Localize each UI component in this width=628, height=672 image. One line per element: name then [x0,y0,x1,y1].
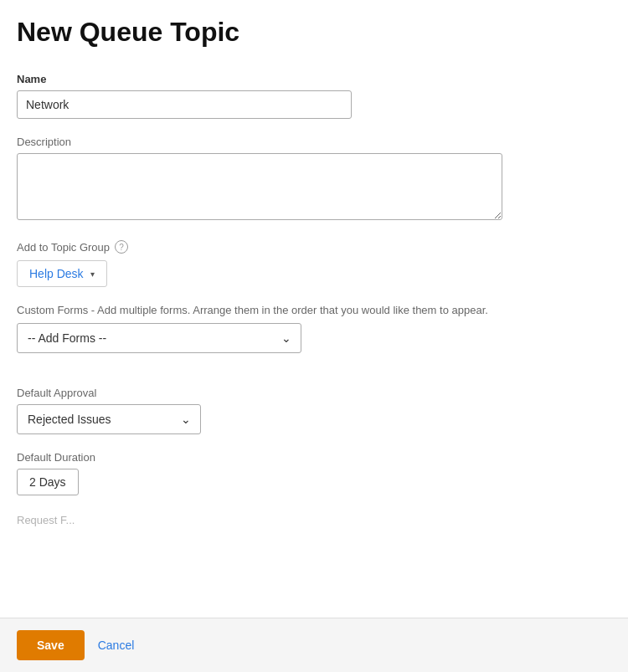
topic-group-button[interactable]: Help Desk ▾ [17,260,107,287]
save-button[interactable]: Save [17,630,85,660]
name-input[interactable] [17,90,352,119]
chevron-down-icon: ▾ [90,269,95,279]
spacer1 [17,370,603,387]
cutoff-section: Request F... [17,512,603,527]
description-label: Description [17,136,603,148]
custom-forms-select[interactable]: -- Add Forms -- [17,323,301,353]
default-approval-select-wrapper: Rejected Issues None Manager Approval ⌄ [17,404,201,434]
topic-group-label-row: Add to Topic Group ? [17,240,603,254]
default-approval-select[interactable]: Rejected Issues None Manager Approval [17,404,201,434]
cutoff-label: Request F... [17,514,75,526]
default-duration-label: Default Duration [17,451,603,464]
page-wrapper: New Queue Topic Name Description Add to … [0,0,628,628]
cancel-button[interactable]: Cancel [98,639,135,652]
topic-group-value: Help Desk [29,267,84,280]
default-approval-section: Default Approval Rejected Issues None Ma… [17,387,603,434]
default-approval-label: Default Approval [17,387,603,399]
default-duration-value: 2 Days [29,475,66,489]
bottom-bar: Save Cancel [0,618,628,672]
custom-forms-select-wrapper: -- Add Forms -- ⌄ [17,323,301,353]
name-label: Name [17,73,603,85]
custom-forms-note: Custom Forms - Add multiple forms. Arran… [17,304,603,316]
topic-group-label: Add to Topic Group [17,241,110,254]
topic-group-section: Add to Topic Group ? Help Desk ▾ [17,240,603,287]
page-title: New Queue Topic [17,17,603,48]
help-icon: ? [115,240,128,254]
default-duration-section: Default Duration 2 Days [17,451,603,495]
custom-forms-section: Custom Forms - Add multiple forms. Arran… [17,304,603,353]
default-duration-button[interactable]: 2 Days [17,469,79,495]
name-section: Name [17,73,603,119]
description-input[interactable] [17,153,502,220]
description-section: Description [17,136,603,223]
